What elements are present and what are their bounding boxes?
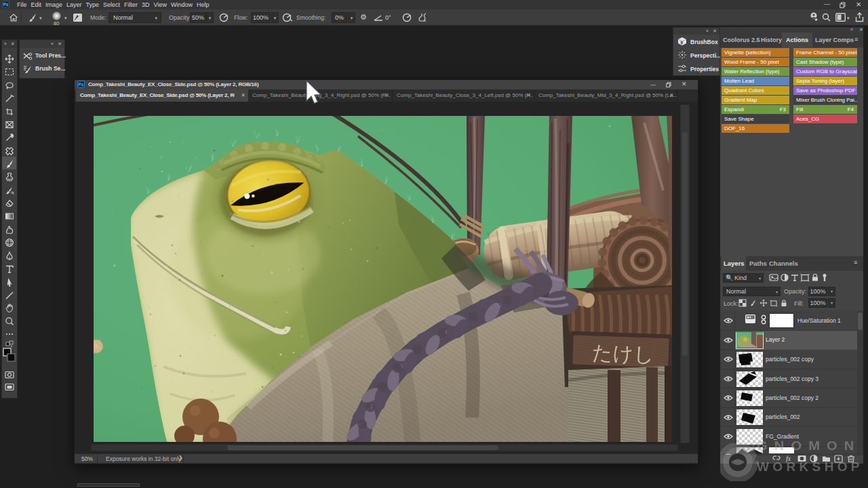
svg-text:B: B [681,41,684,45]
svg-text:たけし: たけし [591,341,654,365]
